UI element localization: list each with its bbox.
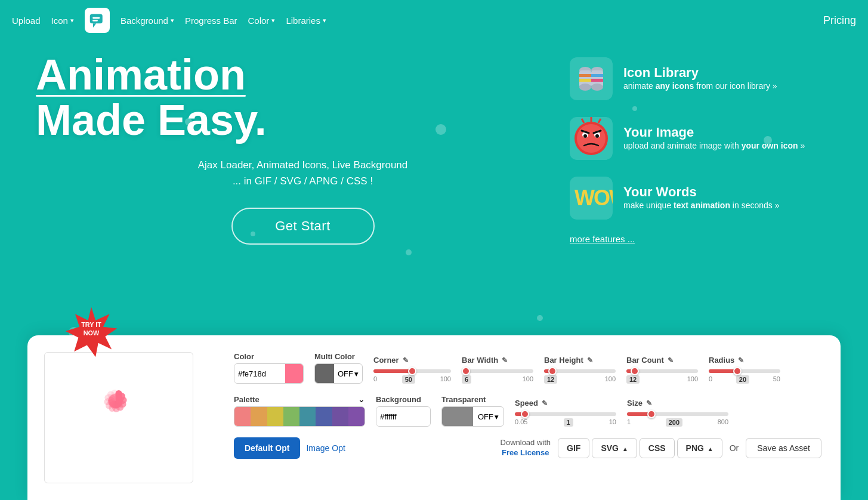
nav-libraries[interactable]: Libraries ▾ [286,16,326,26]
palette-swatch-7[interactable] [348,407,365,426]
svg-rect-14 [591,79,603,82]
background-group: Background [376,395,431,427]
controls-row-2: Palette ⌄ Bac [234,394,821,427]
transparent-label: Transparent [441,395,504,404]
radius-slider[interactable] [709,369,780,373]
bar-height-slider[interactable] [544,369,616,373]
svg-rect-2 [92,17,100,19]
radius-group: Radius ✎ 0 20 50 [709,356,780,384]
multi-color-select[interactable]: OFF ▾ [334,369,362,378]
palette-swatch-4[interactable] [299,407,316,426]
actions-row: Default Opt Image Opt Download with Free… [234,437,821,459]
svg-marker-1 [93,23,96,27]
or-label: Or [730,443,739,453]
corner-slider[interactable] [373,369,451,373]
feature-your-words: WOW Your Words make unique text animatio… [570,172,832,224]
feature-icon-library-title: Icon Library [623,65,777,81]
corner-edit-icon[interactable]: ✎ [403,356,409,365]
color-text-input[interactable] [234,364,285,383]
css-button[interactable]: CSS [640,438,675,458]
color-chevron: ▾ [271,17,275,24]
try-it-now-badge: TRY IT NOW [64,304,118,358]
nav-icon[interactable]: Icon ▾ [51,16,74,26]
background-chevron: ▾ [171,17,174,24]
nav-background[interactable]: Background ▾ [121,16,174,26]
palette-swatch-2[interactable] [267,407,283,426]
feature-icon-library: Icon Library animate any icons from our … [570,53,832,105]
dot [435,124,446,135]
bar-width-slider[interactable] [462,369,533,373]
svg-text:NOW: NOW [84,329,100,337]
multi-color-group: Multi Color OFF ▾ [314,352,363,384]
background-label: Background [376,395,431,404]
palette-swatch-1[interactable] [251,407,267,426]
color-group: Color [234,352,304,384]
more-features-link[interactable]: more features ... [570,234,832,244]
bar-height-labels: 12 100 [544,375,616,384]
palette-swatch-3[interactable] [283,407,299,426]
transparent-group: Transparent OFF ▾ [441,395,504,427]
preview-area: @keyframes spin { from {transform:rotate… [44,352,217,483]
bar-width-label: Bar Width ✎ [462,356,533,365]
icon-library-image [570,57,613,100]
bar-count-slider[interactable] [626,369,698,373]
feature-your-words-text: Your Words make unique text animation in… [623,184,779,212]
radius-label: Radius ✎ [709,356,780,365]
nav-upload[interactable]: Upload [12,16,41,26]
bar-height-edit-icon[interactable]: ✎ [587,356,593,365]
nav-color[interactable]: Color ▾ [248,16,276,26]
palette-swatch-6[interactable] [332,407,348,426]
palette-swatches[interactable] [234,406,365,427]
size-group: Size ✎ 1 200 800 [627,399,728,427]
color-swatch[interactable] [285,363,303,384]
speed-slider[interactable] [515,412,616,416]
image-opt-link[interactable]: Image Opt [306,443,345,453]
preview-box: @keyframes spin { from {transform:rotate… [44,352,193,483]
get-start-button[interactable]: Get Start [231,208,375,245]
background-input-wrap[interactable] [376,406,431,427]
navbar: Upload Icon ▾ Background ▾ Progress Bar … [0,0,868,41]
svg-button[interactable]: SVG ▲ [592,438,637,458]
save-asset-button[interactable]: Save as Asset [746,438,821,458]
palette-swatch-5[interactable] [316,407,332,426]
svg-point-20 [583,134,587,138]
palette-header: Palette ⌄ [234,394,365,404]
download-label: Download with Free License [501,438,551,458]
png-button[interactable]: PNG ▲ [677,438,722,458]
multi-color-wrap[interactable]: OFF ▾ [314,363,363,384]
palette-swatch-0[interactable] [234,407,251,426]
svg-arrow-icon: ▲ [622,446,628,452]
png-arrow-icon: ▲ [708,446,713,452]
size-slider[interactable] [627,412,728,416]
dot [764,136,772,144]
nav-icon-preview[interactable] [85,8,110,33]
multi-chevron: ▾ [354,369,359,378]
color-input-wrap[interactable] [234,363,304,384]
nav-pricing[interactable]: Pricing [823,14,856,27]
your-words-icon: WOW [570,177,613,220]
size-edit-icon[interactable]: ✎ [646,399,652,408]
hero-left: Animation Made Easy. Ajax Loader, Animat… [36,47,570,327]
gif-button[interactable]: GIF [558,438,589,458]
size-labels: 1 200 800 [627,418,728,427]
feature-your-image-desc: upload and animate image with your own i… [623,140,805,152]
hero-title-line1: Animation [36,53,246,98]
transparent-wrap[interactable]: OFF ▾ [441,406,504,427]
background-text-input[interactable] [376,407,430,426]
nav-progress-bar[interactable]: Progress Bar [185,16,237,26]
corner-group: Corner ✎ 0 50 100 [373,356,451,384]
transparent-select[interactable]: OFF ▾ [473,412,503,421]
speed-edit-icon[interactable]: ✎ [542,399,548,408]
default-opt-button[interactable]: Default Opt [234,437,300,459]
bar-width-edit-icon[interactable]: ✎ [502,356,508,365]
radius-labels: 0 20 50 [709,375,780,384]
bar-count-group: Bar Count ✎ 12 100 [626,356,698,384]
svg-point-12 [591,84,603,91]
size-label: Size ✎ [627,399,728,408]
hero-right: Icon Library animate any icons from our … [570,47,832,327]
spinner-preview: @keyframes spin { from {transform:rotate… [89,388,149,447]
your-words-svg: WOW [570,177,613,220]
radius-edit-icon[interactable]: ✎ [738,356,744,365]
bar-count-edit-icon[interactable]: ✎ [668,356,674,365]
palette-collapse-icon[interactable]: ⌄ [358,394,365,404]
